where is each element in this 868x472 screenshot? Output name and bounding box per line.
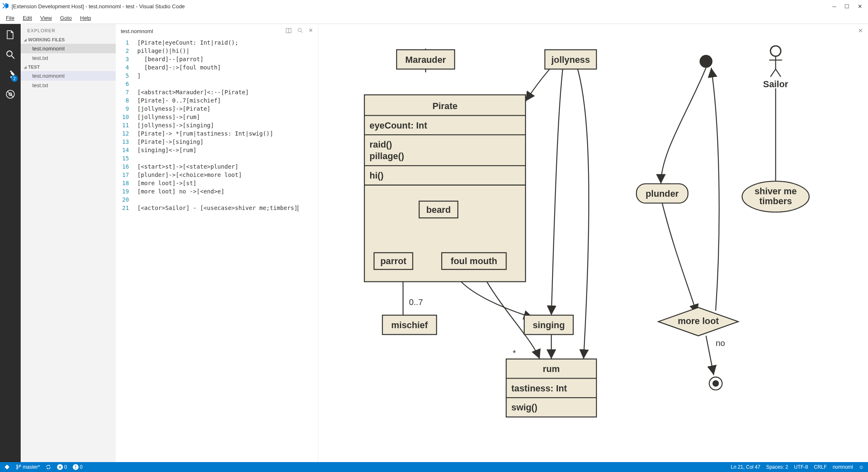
split-editor-icon[interactable] — [285, 27, 292, 35]
svg-point-7 — [298, 29, 301, 32]
svg-line-27 — [776, 69, 781, 77]
node-marauder: Marauder — [405, 55, 446, 65]
activity-bar: 2 — [0, 24, 21, 462]
svg-point-0 — [7, 51, 12, 56]
menu-file[interactable]: File — [2, 14, 18, 22]
maximize-button[interactable]: ☐ — [844, 3, 849, 10]
svg-line-20 — [706, 336, 714, 375]
node-foulmouth: foul mouth — [451, 256, 497, 266]
menubar: File Edit View Goto Help — [0, 12, 868, 24]
label-star: * — [513, 348, 516, 358]
minimize-button[interactable]: ─ — [832, 3, 836, 10]
label-mult: 0..7 — [409, 298, 423, 307]
status-warnings[interactable]: !0 — [73, 464, 83, 470]
status-sync-icon[interactable] — [45, 464, 51, 470]
line-gutter: 123456789101112131415161718192021 — [116, 38, 135, 462]
node-pillage: pillage() — [370, 151, 404, 161]
svg-line-1 — [12, 56, 14, 59]
node-moreloot: more loot — [678, 316, 719, 326]
code-lines[interactable]: [Pirate|eyeCount: Int|raid();pillage()|h… — [135, 38, 318, 462]
node-sailor: Sailor — [763, 79, 788, 89]
titlebar: [Extension Development Host] - test.nomn… — [0, 0, 868, 12]
svg-point-23 — [770, 46, 781, 56]
node-mischief: mischief — [391, 320, 428, 330]
node-shiver1: shiver me — [755, 186, 797, 196]
svg-line-8 — [301, 31, 302, 33]
code-editor-pane: test.nomnoml ✕ 1234567891011121314151617… — [116, 24, 318, 462]
status-eol[interactable]: CRLF — [814, 464, 827, 470]
status-git-icon[interactable] — [4, 464, 10, 470]
svg-point-17 — [700, 55, 713, 68]
close-tab-icon[interactable]: ✕ — [308, 27, 313, 35]
svg-point-22 — [713, 380, 719, 387]
code-body[interactable]: 123456789101112131415161718192021 [Pirat… — [116, 38, 318, 462]
svg-line-3 — [8, 92, 13, 97]
file-item[interactable]: test.nomnoml — [21, 44, 116, 53]
status-encoding[interactable]: UTF-8 — [794, 464, 808, 470]
svg-point-45 — [17, 465, 18, 467]
node-jollyness: jollyness — [551, 55, 590, 65]
menu-edit[interactable]: Edit — [19, 14, 35, 22]
status-spaces[interactable]: Spaces: 2 — [766, 464, 788, 470]
vscode-icon — [2, 2, 9, 11]
sidebar: EXPLORER WORKING FILES test.nomnoml test… — [21, 24, 116, 462]
editor-area: test.nomnoml ✕ 1234567891011121314151617… — [116, 24, 868, 462]
edge-no: no — [716, 339, 725, 348]
node-plunder: plunder — [646, 188, 679, 199]
sidebar-title: EXPLORER — [21, 24, 116, 36]
editor-tab-row: test.nomnoml ✕ — [116, 24, 318, 38]
status-feedback-icon[interactable]: ☺ — [859, 464, 864, 470]
editor-tab[interactable]: test.nomnoml — [121, 28, 153, 34]
node-parrot: parrot — [380, 256, 407, 266]
menu-view[interactable]: View — [37, 14, 55, 22]
node-swig: swig() — [512, 402, 538, 412]
close-preview-icon[interactable]: ✕ — [858, 27, 863, 34]
section-working-files[interactable]: WORKING FILES — [21, 36, 116, 44]
actor-sailor — [769, 46, 782, 77]
preview-icon[interactable] — [297, 27, 304, 35]
git-icon[interactable]: 2 — [4, 68, 17, 81]
node-shiver2: timbers — [759, 196, 792, 206]
file-item[interactable]: test.txt — [21, 53, 116, 63]
status-cursor[interactable]: Ln 21, Col 47 — [731, 464, 760, 470]
node-rum: rum — [543, 364, 560, 374]
status-mode[interactable]: nomnoml — [832, 464, 853, 470]
menu-help[interactable]: Help — [77, 14, 95, 22]
status-errors[interactable]: ✕0 — [57, 464, 67, 470]
svg-point-46 — [17, 468, 18, 470]
file-item[interactable]: test.nomnoml — [21, 71, 116, 81]
node-hi: hi() — [370, 170, 384, 181]
diagram-preview: plunder more loot no — [318, 24, 868, 462]
node-pirate: Pirate — [433, 101, 458, 111]
svg-line-26 — [770, 69, 775, 77]
node-tastiness: tastiness: Int — [512, 383, 567, 393]
menu-goto[interactable]: Goto — [57, 14, 75, 22]
debug-icon[interactable] — [4, 88, 17, 101]
file-item[interactable]: test.txt — [21, 81, 116, 90]
statusbar: master* ✕0 !0 Ln 21, Col 47 Spaces: 2 UT… — [0, 462, 868, 472]
git-badge: 2 — [11, 75, 18, 82]
node-singing: singing — [533, 320, 565, 330]
section-test[interactable]: TEST — [21, 63, 116, 71]
explorer-icon[interactable] — [4, 28, 17, 41]
window-title: [Extension Development Host] - test.nomn… — [12, 3, 185, 10]
node-eyecount: eyeCount: Int — [370, 120, 427, 131]
close-button[interactable]: ✕ — [858, 3, 862, 10]
node-beard: beard — [426, 205, 451, 215]
node-raid: raid() — [370, 139, 392, 150]
preview-pane: ✕ — [318, 24, 868, 462]
search-icon[interactable] — [4, 48, 17, 61]
svg-point-47 — [19, 465, 21, 467]
status-branch[interactable]: master* — [16, 464, 40, 470]
